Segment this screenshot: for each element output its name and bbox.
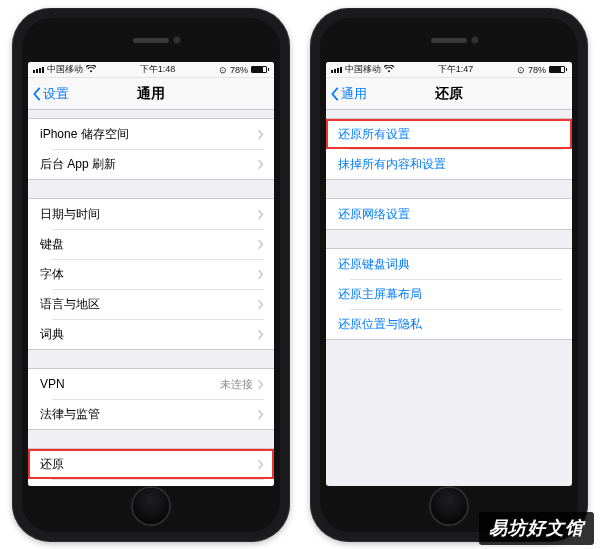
- nav-bar: 设置 通用: [28, 78, 274, 110]
- row-date[interactable]: 日期与时间: [28, 199, 274, 229]
- row-label: 抹掉所有内容和设置: [338, 156, 562, 173]
- chevron-right-icon: [257, 269, 264, 280]
- row-label: 词典: [40, 326, 257, 343]
- row-label: 还原主屏幕布局: [338, 286, 562, 303]
- home-button[interactable]: [133, 488, 169, 524]
- row-font[interactable]: 字体: [28, 259, 274, 289]
- speaker: [431, 38, 467, 43]
- row-value: 未连接: [220, 377, 253, 392]
- row-lang[interactable]: 语言与地区: [28, 289, 274, 319]
- screen-right: 中国移动 下午1:47 ⊙ 78%: [326, 62, 572, 486]
- back-label: 设置: [43, 85, 69, 103]
- camera: [173, 36, 181, 44]
- carrier-label: 中国移动: [345, 63, 381, 76]
- row-vpn[interactable]: VPN未连接: [28, 369, 274, 399]
- status-bar: 中国移动 下午1:48 ⊙ 78%: [28, 62, 274, 78]
- settings-group: 日期与时间键盘字体语言与地区词典: [28, 198, 274, 350]
- row-label: 还原所有设置: [338, 126, 562, 143]
- row-reset-home[interactable]: 还原主屏幕布局: [326, 279, 572, 309]
- row-label: iPhone 储存空间: [40, 126, 257, 143]
- row-reset-network[interactable]: 还原网络设置: [326, 199, 572, 229]
- battery-percent: 78%: [230, 65, 248, 75]
- row-label: 关机: [40, 486, 264, 487]
- status-bar: 中国移动 下午1:47 ⊙ 78%: [326, 62, 572, 78]
- row-label: 法律与监管: [40, 406, 257, 423]
- settings-group: iPhone 储存空间后台 App 刷新: [28, 118, 274, 180]
- chevron-left-icon: [330, 87, 340, 101]
- time-label: 下午1:48: [140, 63, 176, 76]
- battery-icon: [549, 66, 567, 73]
- page-title: 还原: [435, 85, 463, 103]
- row-label: 后台 App 刷新: [40, 156, 257, 173]
- speaker: [133, 38, 169, 43]
- chevron-right-icon: [257, 409, 264, 420]
- screen-left: 中国移动 下午1:48 ⊙ 78%: [28, 62, 274, 486]
- row-label: 日期与时间: [40, 206, 257, 223]
- carrier-label: 中国移动: [47, 63, 83, 76]
- reset-list[interactable]: 还原所有设置抹掉所有内容和设置还原网络设置还原键盘词典还原主屏幕布局还原位置与隐…: [326, 110, 572, 486]
- settings-list[interactable]: iPhone 储存空间后台 App 刷新日期与时间键盘字体语言与地区词典VPN未…: [28, 110, 274, 486]
- chevron-right-icon: [257, 209, 264, 220]
- wifi-icon: [86, 65, 96, 75]
- row-keyboard[interactable]: 键盘: [28, 229, 274, 259]
- row-label: 字体: [40, 266, 257, 283]
- chevron-right-icon: [257, 159, 264, 170]
- phone-right: 中国移动 下午1:47 ⊙ 78%: [310, 8, 588, 542]
- camera: [471, 36, 479, 44]
- row-reset[interactable]: 还原: [28, 449, 274, 479]
- watermark: 易坊好文馆: [479, 512, 594, 545]
- battery-icon: [251, 66, 269, 73]
- row-label: 还原键盘词典: [338, 256, 562, 273]
- phone-left: 中国移动 下午1:48 ⊙ 78%: [12, 8, 290, 542]
- chevron-right-icon: [257, 299, 264, 310]
- signal-icon: [331, 67, 342, 73]
- time-label: 下午1:47: [438, 63, 474, 76]
- back-button[interactable]: 通用: [330, 78, 367, 109]
- row-label: 还原位置与隐私: [338, 316, 562, 333]
- alarm-icon: ⊙: [517, 65, 525, 75]
- nav-bar: 通用 还原: [326, 78, 572, 110]
- chevron-left-icon: [32, 87, 42, 101]
- settings-group: 还原键盘词典还原主屏幕布局还原位置与隐私: [326, 248, 572, 340]
- row-shutdown[interactable]: 关机: [28, 479, 274, 486]
- back-button[interactable]: 设置: [32, 78, 69, 109]
- chevron-right-icon: [257, 379, 264, 390]
- row-erase-all[interactable]: 抹掉所有内容和设置: [326, 149, 572, 179]
- battery-percent: 78%: [528, 65, 546, 75]
- chevron-right-icon: [257, 329, 264, 340]
- chevron-right-icon: [257, 459, 264, 470]
- row-refresh[interactable]: 后台 App 刷新: [28, 149, 274, 179]
- alarm-icon: ⊙: [219, 65, 227, 75]
- row-legal[interactable]: 法律与监管: [28, 399, 274, 429]
- settings-group: 还原关机: [28, 448, 274, 486]
- signal-icon: [33, 67, 44, 73]
- chevron-right-icon: [257, 239, 264, 250]
- row-reset-kbdict[interactable]: 还原键盘词典: [326, 249, 572, 279]
- row-reset-privacy[interactable]: 还原位置与隐私: [326, 309, 572, 339]
- row-dict[interactable]: 词典: [28, 319, 274, 349]
- row-label: 还原网络设置: [338, 206, 562, 223]
- back-label: 通用: [341, 85, 367, 103]
- settings-group: 还原网络设置: [326, 198, 572, 230]
- home-button[interactable]: [431, 488, 467, 524]
- wifi-icon: [384, 65, 394, 75]
- page-title: 通用: [137, 85, 165, 103]
- row-label: 键盘: [40, 236, 257, 253]
- row-label: 语言与地区: [40, 296, 257, 313]
- settings-group: VPN未连接法律与监管: [28, 368, 274, 430]
- row-reset-all[interactable]: 还原所有设置: [326, 119, 572, 149]
- row-storage[interactable]: iPhone 储存空间: [28, 119, 274, 149]
- settings-group: 还原所有设置抹掉所有内容和设置: [326, 118, 572, 180]
- row-label: 还原: [40, 456, 257, 473]
- row-label: VPN: [40, 377, 220, 391]
- chevron-right-icon: [257, 129, 264, 140]
